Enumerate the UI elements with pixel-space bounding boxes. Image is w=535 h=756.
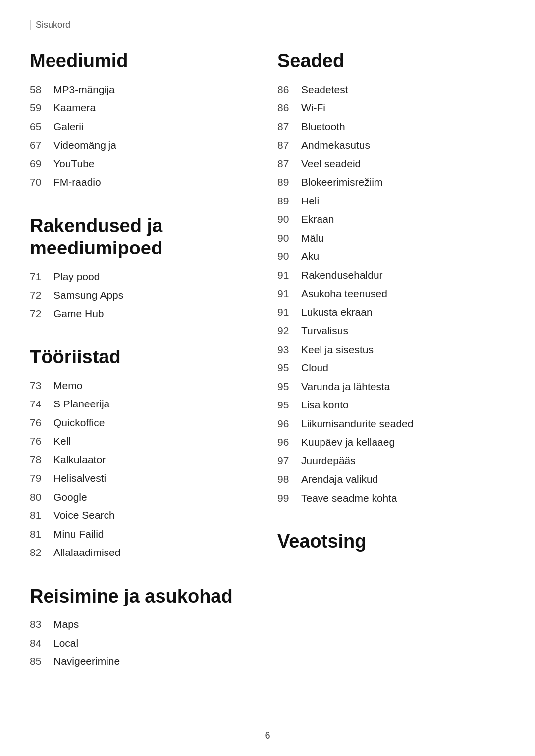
toc-item: 73 Memo [30, 378, 248, 394]
toc-text: Seadetest [301, 82, 348, 98]
toc-text: Heli [301, 193, 319, 209]
toc-item: 97 Juurdepääs [277, 453, 505, 469]
toc-num: 82 [30, 545, 54, 560]
toc-num: 74 [30, 396, 54, 412]
toc-item: 91 Lukusta ekraan [277, 304, 505, 320]
toc-num: 98 [277, 471, 301, 487]
toc-num: 96 [277, 416, 301, 432]
toc-item: 91 Rakendusehaldur [277, 267, 505, 283]
toc-item: 87 Bluetooth [277, 119, 505, 135]
toc-item: 95 Lisa konto [277, 397, 505, 413]
section-reisimine: Reisimine ja asukohad 83 Maps 84 Local 8… [30, 585, 248, 669]
toc-text: Lukusta ekraan [301, 304, 373, 320]
toc-num: 70 [30, 174, 54, 190]
toc-num: 90 [277, 249, 301, 264]
toc-item: 87 Veel seadeid [277, 156, 505, 172]
section-title-seaded: Seaded [277, 50, 505, 73]
toc-list-seaded: 86 Seadetest 86 Wi-Fi 87 Bluetooth 87 An… [277, 82, 505, 506]
toc-text: YouTube [54, 156, 95, 172]
toc-list-rakendused: 71 Play pood 72 Samsung Apps 72 Game Hub [30, 269, 248, 322]
page-header-label: Sisukord [30, 20, 505, 30]
toc-text: Andmekasutus [301, 137, 370, 153]
toc-item: 59 Kaamera [30, 100, 248, 116]
toc-item: 92 Turvalisus [277, 323, 505, 339]
toc-num: 80 [30, 489, 54, 505]
section-tooriistad: Tööriistad 73 Memo 74 S Planeerija 76 Qu… [30, 346, 248, 560]
toc-num: 58 [30, 82, 54, 98]
toc-item: 87 Andmekasutus [277, 137, 505, 153]
toc-item: 83 Maps [30, 616, 248, 632]
toc-num: 72 [30, 287, 54, 303]
toc-num: 76 [30, 433, 54, 449]
toc-text: Varunda ja lähtesta [301, 379, 390, 395]
toc-item: 96 Liikumisandurite seaded [277, 416, 505, 432]
toc-num: 87 [277, 137, 301, 153]
toc-num: 73 [30, 378, 54, 394]
toc-text: Juurdepääs [301, 453, 356, 469]
toc-list-reisimine: 83 Maps 84 Local 85 Navigeerimine [30, 616, 248, 669]
toc-item: 95 Varunda ja lähtesta [277, 379, 505, 395]
section-title-meediumid: Meediumid [30, 50, 248, 73]
section-veaotsing: Veaotsing [277, 530, 505, 553]
toc-text: Voice Search [54, 507, 115, 523]
toc-text: Navigeerimine [54, 654, 120, 669]
section-title-tooriistad: Tööriistad [30, 346, 248, 369]
toc-item: 93 Keel ja sisestus [277, 342, 505, 357]
toc-num: 91 [277, 286, 301, 302]
toc-num: 72 [30, 306, 54, 322]
toc-num: 71 [30, 269, 54, 285]
toc-text: Wi-Fi [301, 100, 325, 116]
toc-num: 90 [277, 230, 301, 246]
toc-num: 78 [30, 452, 54, 468]
toc-num: 91 [277, 304, 301, 320]
right-column: Seaded 86 Seadetest 86 Wi-Fi 87 Bluetoot… [268, 50, 505, 694]
toc-item: 85 Navigeerimine [30, 654, 248, 669]
toc-item: 89 Heli [277, 193, 505, 209]
toc-item: 82 Allalaadimised [30, 545, 248, 560]
toc-item: 96 Kuupäev ja kellaaeg [277, 434, 505, 450]
toc-num: 86 [277, 100, 301, 116]
toc-text: Videomängija [54, 137, 116, 153]
toc-item: 71 Play pood [30, 269, 248, 285]
toc-text: Arendaja valikud [301, 471, 378, 487]
toc-num: 99 [277, 490, 301, 506]
toc-text: Blokeerimisrežiim [301, 174, 383, 190]
toc-item: 65 Galerii [30, 119, 248, 135]
toc-text: Mälu [301, 230, 324, 246]
toc-text: Maps [54, 616, 79, 632]
toc-text: Kuupäev ja kellaaeg [301, 434, 395, 450]
toc-item: 86 Seadetest [277, 82, 505, 98]
toc-text: MP3-mängija [54, 82, 115, 98]
toc-text: Liikumisandurite seaded [301, 416, 413, 432]
left-column: Meediumid 58 MP3-mängija 59 Kaamera 65 G… [30, 50, 268, 694]
toc-item: 76 Quickoffice [30, 415, 248, 431]
toc-text: Lisa konto [301, 397, 349, 413]
toc-num: 69 [30, 156, 54, 172]
toc-text: Play pood [54, 269, 100, 285]
toc-text: S Planeerija [54, 396, 109, 412]
section-title-reisimine: Reisimine ja asukohad [30, 585, 248, 608]
toc-text: Helisalvesti [54, 470, 106, 486]
section-meediumid: Meediumid 58 MP3-mängija 59 Kaamera 65 G… [30, 50, 248, 190]
toc-num: 83 [30, 616, 54, 632]
toc-num: 87 [277, 119, 301, 135]
toc-text: Local [54, 635, 78, 651]
toc-num: 95 [277, 360, 301, 376]
toc-num: 81 [30, 507, 54, 523]
toc-text: Teave seadme kohta [301, 490, 397, 506]
toc-text: Veel seadeid [301, 156, 361, 172]
toc-item: 86 Wi-Fi [277, 100, 505, 116]
toc-num: 79 [30, 470, 54, 486]
toc-item: 69 YouTube [30, 156, 248, 172]
toc-item: 78 Kalkulaator [30, 452, 248, 468]
toc-text: Allalaadimised [54, 545, 120, 560]
toc-list-meediumid: 58 MP3-mängija 59 Kaamera 65 Galerii 67 … [30, 82, 248, 190]
section-title-veaotsing: Veaotsing [277, 530, 505, 553]
toc-num: 85 [30, 654, 54, 669]
section-title-rakendused: Rakendused ja meediumipoed [30, 215, 248, 260]
toc-num: 81 [30, 526, 54, 542]
toc-item: 89 Blokeerimisrežiim [277, 174, 505, 190]
toc-text: Aku [301, 249, 319, 264]
toc-item: 90 Aku [277, 249, 505, 264]
toc-num: 67 [30, 137, 54, 153]
